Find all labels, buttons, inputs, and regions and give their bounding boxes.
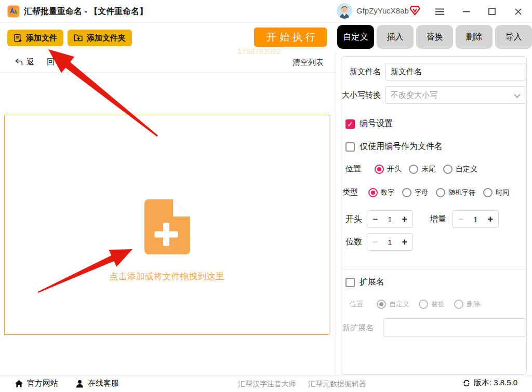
case-label: 大小写转换 — [339, 86, 381, 104]
tab-insert[interactable]: 插入 — [377, 25, 414, 49]
digits-stepper: − 1 + — [367, 233, 413, 251]
ext-position-option-label: 删除 — [467, 300, 480, 309]
new-extension-input[interactable] — [383, 318, 526, 337]
numbering-checkbox[interactable]: ✓ — [345, 119, 355, 129]
extension-checkbox-row[interactable]: 扩展名 — [345, 277, 384, 288]
home-icon — [15, 380, 23, 388]
back-arrow-icon — [15, 58, 23, 66]
version-label: 版本: 3.8.5.0 — [474, 378, 517, 388]
radio-icon — [402, 188, 411, 197]
extension-position-label: 位置 — [350, 300, 363, 309]
plus-button[interactable]: + — [487, 214, 493, 224]
start-execute-button[interactable]: 开始执行 — [254, 28, 327, 47]
file-plus-icon — [14, 34, 22, 43]
chevron-down-icon — [514, 91, 521, 98]
add-file-button[interactable]: 添加文件 — [7, 30, 63, 46]
add-file-label: 添加文件 — [26, 33, 57, 43]
update-refresh-icon[interactable] — [462, 379, 471, 387]
position-option-label: 开头 — [387, 165, 402, 174]
custom-settings-panel: 新文件名 大小写转换 不改变大小写 ✓ 编号设置 仅使用编号作为文件名 位置 开… — [341, 56, 527, 375]
position-option-end[interactable]: 末尾 — [409, 165, 436, 174]
close-button[interactable] — [511, 6, 525, 17]
type-option-label: 随机字符 — [448, 188, 475, 197]
pinyin-app-link[interactable]: 汇帮汉字注音大师 — [238, 380, 296, 389]
position-option-start[interactable]: 开头 — [375, 165, 402, 174]
online-service-label: 在线客服 — [88, 379, 119, 388]
start-number-stepper: − 1 + — [367, 210, 413, 228]
ext-position-option-replace[interactable]: 替换 — [419, 300, 445, 309]
type-option-label: 字母 — [415, 188, 428, 197]
ext-position-option-custom[interactable]: 自定义 — [377, 300, 409, 309]
app-logo-icon — [7, 5, 20, 18]
user-avatar[interactable] — [337, 3, 352, 19]
extension-position-radio-row: 位置 自定义 替换 删除 — [350, 300, 480, 309]
minus-button-disabled[interactable]: − — [373, 237, 378, 247]
new-name-input[interactable] — [385, 63, 526, 80]
extension-checkbox[interactable] — [345, 278, 355, 287]
numbering-title: 编号设置 — [360, 118, 393, 129]
hamburger-icon — [435, 8, 444, 15]
official-site-link[interactable]: 官方网站 — [15, 379, 58, 388]
metadata-app-link[interactable]: 汇帮元数据编辑器 — [308, 380, 366, 389]
plus-button[interactable]: + — [402, 214, 407, 224]
tab-delete[interactable]: 删除 — [456, 25, 493, 49]
add-file-drop-icon[interactable] — [143, 198, 191, 255]
case-select[interactable]: 不改变大小写 — [385, 86, 526, 104]
ext-position-option-delete[interactable]: 删除 — [454, 300, 480, 309]
footer-divider — [0, 375, 532, 375]
increment-stepper: − 1 + — [453, 210, 499, 228]
tab-import[interactable]: 导入 — [495, 25, 532, 49]
type-option-label: 时间 — [496, 188, 509, 197]
minimize-icon — [463, 11, 470, 12]
only-number-checkbox[interactable] — [345, 142, 355, 152]
digits-label: 位数 — [345, 233, 362, 251]
radio-disabled-icon — [419, 300, 428, 309]
plus-button[interactable]: + — [402, 237, 407, 247]
radio-icon — [443, 165, 453, 174]
type-option-letter[interactable]: 字母 — [402, 188, 428, 197]
customer-service-icon — [75, 380, 84, 388]
online-service-link[interactable]: 在线客服 — [75, 379, 119, 388]
window-title: 汇帮批量重命名 - 【文件重命名】 — [24, 6, 148, 17]
watermark-text: 1758783092 — [237, 47, 281, 56]
type-option-label: 数字 — [381, 188, 394, 197]
new-name-label: 新文件名 — [341, 63, 381, 80]
vip-badge-icon[interactable] — [409, 5, 420, 16]
maximize-icon — [488, 8, 496, 15]
tab-replace[interactable]: 替换 — [416, 25, 453, 49]
radio-selected-icon — [368, 188, 378, 197]
tab-custom[interactable]: 自定义 — [337, 25, 374, 49]
extension-section-divider — [342, 269, 526, 269]
maximize-button[interactable] — [485, 6, 499, 17]
add-folder-button[interactable]: 添加文件夹 — [68, 30, 132, 46]
clear-list-button[interactable]: 清空列表 — [292, 58, 324, 67]
minus-button-disabled[interactable]: − — [458, 214, 464, 224]
folder-plus-icon — [74, 34, 83, 42]
ext-position-option-label: 替换 — [431, 300, 445, 309]
drop-hint-text: 点击添加或将文件拖拽到这里 — [4, 271, 329, 282]
start-number-label: 开头 — [345, 210, 362, 228]
radio-icon — [483, 188, 493, 197]
minimize-button[interactable] — [459, 6, 473, 17]
menu-button[interactable] — [433, 6, 446, 17]
position-option-label: 自定义 — [456, 165, 477, 174]
start-number-value: 1 — [388, 215, 392, 224]
only-number-checkbox-row[interactable]: 仅使用编号作为文件名 — [345, 141, 443, 152]
numbering-checkbox-row[interactable]: ✓ 编号设置 — [345, 118, 393, 129]
type-option-random[interactable]: 随机字符 — [436, 188, 475, 197]
app-window: 汇帮批量重命名 - 【文件重命名】 GfpZyYucX8ab — [0, 0, 532, 392]
minus-button[interactable]: − — [373, 214, 378, 224]
back-button[interactable]: 返 回 — [15, 57, 60, 67]
type-option-time[interactable]: 时间 — [483, 188, 509, 197]
radio-selected-disabled-icon — [377, 300, 386, 309]
username-label: GfpZyYucX8ab — [356, 6, 409, 15]
type-option-number[interactable]: 数字 — [368, 188, 394, 197]
radio-icon — [436, 188, 445, 197]
position-option-custom[interactable]: 自定义 — [443, 165, 477, 174]
position-label: 位置 — [345, 164, 361, 174]
type-label: 类型 — [342, 187, 358, 197]
list-header-divider — [0, 72, 336, 73]
ext-position-option-label: 自定义 — [389, 300, 409, 309]
radio-selected-icon — [375, 165, 384, 174]
new-extension-label: 新扩展名 — [342, 318, 374, 337]
